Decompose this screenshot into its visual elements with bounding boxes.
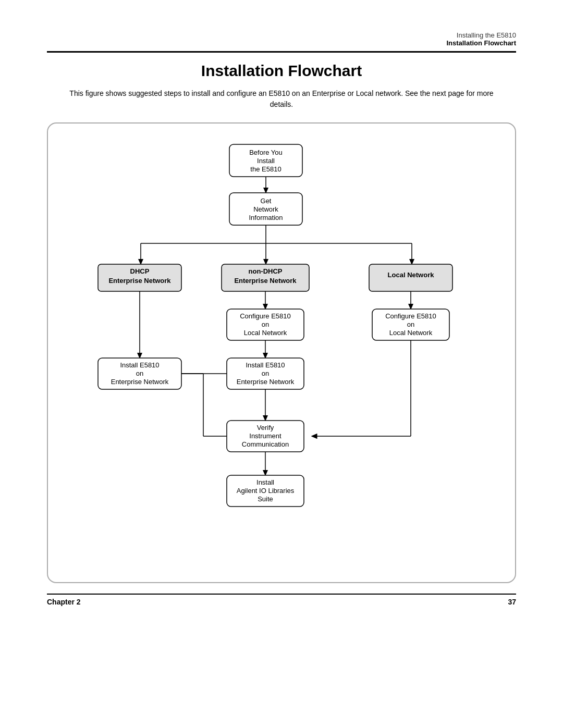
header-bold-text: Installation Flowchart [446, 39, 516, 47]
top-rule [47, 51, 516, 53]
flowchart-container: Before YouInstallthe E5810 GetNetworkInf… [47, 122, 516, 583]
header-area: Installing the E5810 Installation Flowch… [0, 0, 563, 47]
page-title: Installation Flowchart [47, 62, 516, 80]
flowchart-svg: Before YouInstallthe E5810 GetNetworkInf… [68, 139, 495, 566]
footer-chapter-label: Chapter 2 [47, 598, 81, 606]
footer-page-number: 37 [508, 598, 516, 606]
header-top-text: Installing the E5810 [457, 31, 516, 39]
footer: Chapter 2 37 [47, 594, 516, 606]
localnet-text: Local Network [388, 271, 435, 279]
description: This figure shows suggested steps to ins… [68, 88, 495, 110]
page: Installing the E5810 Installation Flowch… [0, 0, 563, 728]
